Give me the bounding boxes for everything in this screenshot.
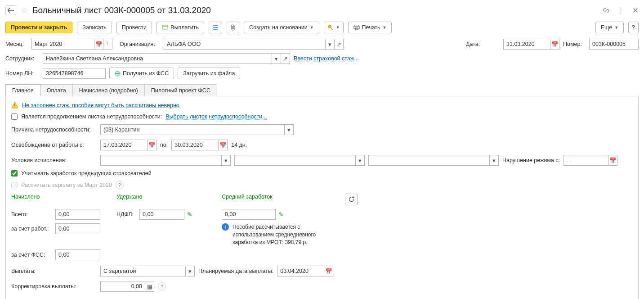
- period-from-label: Освобождение от работы с:: [11, 142, 97, 148]
- pay-button[interactable]: Выплатить: [157, 22, 204, 33]
- favorite-star-icon[interactable]: ☆: [21, 5, 28, 15]
- help-icon[interactable]: ?: [116, 181, 124, 189]
- condition2-input[interactable]: ▾: [234, 155, 365, 166]
- calendar-icon[interactable]: 📅: [218, 140, 227, 150]
- apply-and-close-button[interactable]: Провести и закрыть: [5, 22, 72, 33]
- continuation-checkbox[interactable]: [11, 113, 18, 120]
- period-from-value: 17.03.2020: [101, 140, 147, 150]
- print-label: Печать: [362, 24, 380, 31]
- tab-main[interactable]: Главное: [5, 84, 40, 96]
- create-from-button[interactable]: Создать на основании ▼: [244, 22, 319, 33]
- employee-input[interactable]: Налейкина Светлана Александровна ▾ ↗: [43, 53, 290, 64]
- warning-link[interactable]: Не заполнен стаж, пособия могут быть рас…: [22, 102, 179, 109]
- tab-accrued[interactable]: Начислено (подробно): [72, 84, 145, 96]
- list-icon-button[interactable]: [209, 22, 222, 33]
- load-file-button[interactable]: Загрузить из файла: [178, 68, 240, 79]
- plan-date-input[interactable]: 03.04.2020 📅: [277, 266, 333, 276]
- correction-input[interactable]: 0,00 ▤: [100, 281, 154, 292]
- svg-rect-3: [354, 26, 359, 29]
- fss-label: Получить из ФСС: [123, 70, 169, 77]
- calendar-icon[interactable]: 📅: [147, 140, 156, 150]
- employee-label: Сотрудник:: [5, 55, 39, 62]
- open-icon[interactable]: ↗: [334, 39, 343, 49]
- apply-button[interactable]: Провести: [116, 22, 152, 33]
- month-value: Март 2020: [32, 39, 94, 49]
- org-input[interactable]: АЛЬФА ООО ▾ ↗: [164, 39, 344, 50]
- ndfl-input[interactable]: 0,00: [139, 209, 184, 220]
- month-stepper-icon[interactable]: ÷: [103, 39, 112, 49]
- org-label: Организация:: [120, 41, 160, 47]
- date-value: 31.03.2020: [504, 39, 550, 49]
- chevron-down-icon[interactable]: ▾: [221, 155, 230, 165]
- close-icon[interactable]: ✕: [632, 6, 639, 15]
- avg-input[interactable]: 0,00: [222, 209, 276, 220]
- condition3-input[interactable]: ▾: [368, 155, 499, 166]
- fss-input[interactable]: 0,00: [55, 249, 100, 260]
- violation-date-input[interactable]: . . 📅: [564, 155, 617, 166]
- date-input[interactable]: 31.03.2020 📅: [503, 39, 559, 50]
- create-from-label: Создать на основании: [249, 24, 308, 31]
- chevron-down-icon[interactable]: ▾: [325, 39, 334, 49]
- back-button[interactable]: [5, 5, 16, 15]
- total-label: Всего:: [11, 211, 53, 217]
- help-icon[interactable]: ?: [158, 282, 166, 290]
- ln-label: Номер ЛН:: [5, 70, 39, 77]
- pay-icon: [162, 25, 168, 30]
- pencil-icon[interactable]: ✎: [278, 211, 284, 218]
- withheld-header: Удержано: [116, 194, 211, 200]
- chevron-down-icon[interactable]: ▾: [185, 266, 194, 276]
- payment-mode-input[interactable]: С зарплатой ▾: [100, 266, 195, 276]
- tab-pilot-fss[interactable]: Пилотный проект ФСС: [144, 84, 217, 96]
- accrued-header: Начислено: [11, 194, 106, 200]
- print-button[interactable]: Печать ▼: [348, 22, 392, 33]
- link-icon[interactable]: [603, 7, 610, 14]
- reason-input[interactable]: (03) Карантин ▾: [100, 124, 294, 135]
- fss-button[interactable]: Получить из ФСС: [109, 68, 174, 79]
- refresh-button[interactable]: [345, 194, 358, 205]
- printer-icon: [353, 25, 360, 30]
- more-button[interactable]: Еще ▼: [595, 22, 624, 33]
- violation-label: Нарушение режима с:: [502, 157, 560, 163]
- chevron-down-icon[interactable]: ▾: [272, 54, 281, 63]
- recalc-salary-label: Рассчитать зарплату за Март 2020: [21, 182, 112, 188]
- insurance-link[interactable]: Ввести страховой стаж...: [294, 55, 359, 62]
- kebab-menu-icon[interactable]: ⋮: [618, 7, 624, 14]
- period-from-input[interactable]: 17.03.2020 📅: [100, 140, 157, 150]
- correction-label: Корректировка выплаты:: [11, 283, 97, 290]
- employer-input[interactable]: 0,00: [55, 223, 100, 234]
- prev-insurers-label: Учитывать заработок предыдущих страховат…: [21, 170, 152, 177]
- period-to-input[interactable]: 30.03.2020 📅: [171, 140, 228, 150]
- globe-icon: [115, 71, 121, 77]
- select-prev-sheet-link[interactable]: Выбрать листок нетрудоспособности...: [165, 113, 267, 120]
- correction-extra-icon[interactable]: ▤: [145, 281, 154, 291]
- period-to-value: 30.03.2020: [172, 140, 218, 150]
- calendar-icon[interactable]: 📅: [608, 155, 617, 165]
- avg-header: Средний заработок: [222, 194, 334, 200]
- pencil-icon[interactable]: ✎: [187, 211, 192, 218]
- calendar-icon[interactable]: 📅: [550, 39, 559, 49]
- ln-input[interactable]: 326547898746: [43, 68, 106, 79]
- chevron-down-icon: ▼: [336, 25, 340, 30]
- help-button[interactable]: ?: [628, 22, 639, 33]
- org-value: АЛЬФА ООО: [164, 39, 325, 49]
- total-input[interactable]: 0,00: [55, 209, 100, 220]
- chevron-down-icon[interactable]: ▾: [489, 155, 498, 165]
- chevron-down-icon[interactable]: ▾: [284, 125, 293, 135]
- attach-icon-button[interactable]: [227, 22, 239, 33]
- condition1-input[interactable]: ▾: [100, 155, 231, 166]
- continuation-label: Является продолжением листка нетрудоспос…: [21, 113, 162, 120]
- calendar-icon[interactable]: 📅: [324, 266, 333, 276]
- prev-insurers-checkbox[interactable]: [11, 170, 18, 177]
- chevron-down-icon[interactable]: ▾: [355, 155, 364, 165]
- chevron-down-icon: ▼: [310, 25, 314, 30]
- payment-value: С зарплатой: [101, 266, 185, 276]
- month-calendar-icon[interactable]: 📅: [94, 39, 103, 49]
- save-button[interactable]: Записать: [77, 22, 112, 33]
- correction-value: 0,00: [101, 281, 145, 291]
- month-input[interactable]: Март 2020 📅 ÷: [31, 39, 112, 50]
- number-input[interactable]: 003К-000005: [589, 39, 639, 50]
- more-label: Еще: [601, 24, 612, 31]
- extra-icon-button[interactable]: ▼: [324, 22, 344, 33]
- open-icon[interactable]: ↗: [281, 54, 290, 63]
- tab-payment[interactable]: Оплата: [40, 84, 73, 96]
